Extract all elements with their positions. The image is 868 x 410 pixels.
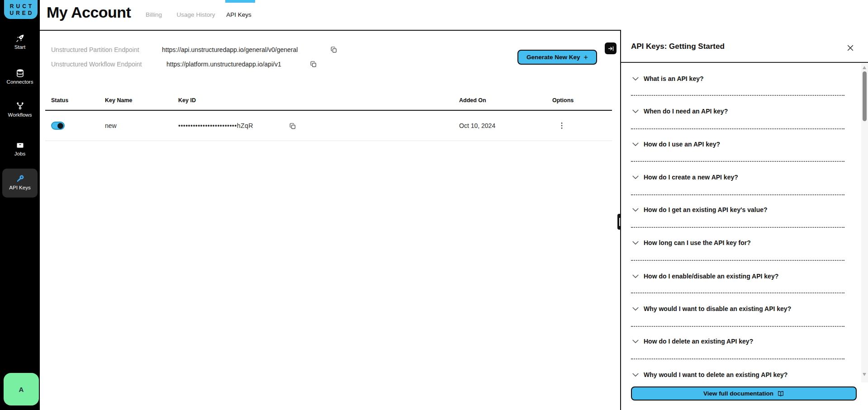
col-header-status: Status: [51, 97, 68, 104]
workflow-endpoint-value: https://platform.unstructuredapp.io/api/…: [166, 61, 281, 68]
chevron-down-icon: [632, 306, 639, 311]
faq-question: How long can I use the API key for?: [644, 239, 751, 246]
sidebar-item-connectors[interactable]: Connectors: [0, 68, 40, 85]
dotted-divider: [631, 128, 844, 129]
copy-icon[interactable]: [289, 123, 296, 130]
row-options-button[interactable]: [558, 121, 565, 130]
panel-title-divider: [621, 62, 868, 63]
header-divider: [40, 30, 620, 31]
faq-question: How do I enable/disable an existing API …: [644, 273, 778, 280]
sidebar-item-workflows[interactable]: Workflows: [0, 101, 40, 118]
sidebar-item-label: API Keys: [9, 185, 30, 191]
user-avatar[interactable]: A: [4, 373, 39, 405]
unstructured-logo[interactable]: RUCT URED: [4, 0, 38, 19]
sidebar-item-label: Connectors: [7, 79, 33, 85]
col-header-key-name: Key Name: [105, 97, 132, 104]
chevron-down-icon: [632, 109, 639, 114]
dotted-divider: [631, 227, 844, 228]
toggle-knob: [57, 123, 63, 129]
added-on-cell: Oct 10, 2024: [459, 122, 495, 129]
faq-item[interactable]: What is an API key?: [632, 74, 704, 83]
dotted-divider: [631, 260, 844, 261]
key-name-cell: new: [105, 122, 117, 129]
branch-icon: [15, 101, 25, 111]
kebab-menu-icon: [558, 121, 565, 130]
chevron-down-icon: [632, 142, 639, 147]
logo-text-line1: RUCT: [10, 4, 34, 9]
copy-icon[interactable]: [310, 61, 317, 68]
sidebar-item-label: Start: [14, 44, 25, 50]
faq-item[interactable]: How long can I use the API key for?: [632, 238, 751, 247]
scroll-down-arrow[interactable]: [863, 373, 866, 376]
chevron-down-icon: [632, 76, 639, 81]
doc-button-label: View full documentation: [703, 390, 773, 397]
faq-question: Why would I want to disable an existing …: [644, 305, 791, 312]
collapse-panel-button[interactable]: [605, 42, 617, 54]
sidebar-item-label: Workflows: [8, 112, 32, 118]
help-panel: API Keys: Getting Started What is an API…: [621, 0, 868, 410]
faq-item[interactable]: When do I need an API key?: [632, 107, 728, 116]
scroll-up-arrow[interactable]: [863, 66, 866, 69]
col-header-options: Options: [552, 97, 574, 104]
rocket-icon: [15, 33, 25, 43]
faq-item[interactable]: How do I get an existing API key's value…: [632, 205, 768, 214]
tab-billing[interactable]: Billing: [146, 11, 162, 18]
col-header-added-on: Added On: [459, 97, 486, 104]
avatar-letter: A: [19, 386, 24, 393]
chevron-down-icon: [632, 207, 639, 212]
chevron-down-icon: [632, 240, 639, 245]
faq-item[interactable]: How do I delete an existing API key?: [632, 337, 753, 346]
col-header-key-id: Key ID: [178, 97, 196, 104]
faq-item[interactable]: How do I use an API key?: [632, 140, 720, 149]
chevron-down-icon: [632, 274, 639, 279]
tray-icon: [15, 140, 25, 150]
partition-endpoint-label: Unstructured Partition Endpoint: [51, 46, 139, 53]
faq-item[interactable]: Why would I want to disable an existing …: [632, 304, 791, 313]
app-window: RUCT URED Start Con: [0, 0, 868, 410]
faq-question: How do I create a new API key?: [644, 174, 738, 181]
workflow-endpoint-label: Unstructured Workflow Endpoint: [51, 61, 142, 68]
sidebar-item-api-keys[interactable]: API Keys: [0, 174, 40, 191]
dotted-divider: [631, 194, 844, 195]
faq-question: When do I need an API key?: [644, 108, 728, 115]
open-book-icon: [777, 390, 784, 397]
active-tab-indicator: [225, 0, 255, 3]
plus-icon: +: [584, 54, 588, 61]
faq-question: How do I use an API key?: [644, 141, 720, 148]
main-content: My Account Billing Usage History API Key…: [40, 0, 620, 410]
partition-endpoint-value: https://api.unstructuredapp.io/general/v…: [162, 46, 298, 53]
copy-icon[interactable]: [330, 46, 337, 53]
sidebar-item-start[interactable]: Start: [0, 33, 40, 50]
sidebar: RUCT URED Start Con: [0, 0, 40, 410]
logo-text-line2: URED: [9, 10, 34, 16]
view-full-documentation-button[interactable]: View full documentation: [631, 386, 857, 401]
panel-scrollbar[interactable]: [861, 63, 868, 382]
sidebar-item-label: Jobs: [14, 151, 25, 157]
dotted-divider: [631, 292, 844, 293]
scroll-thumb[interactable]: [863, 71, 867, 121]
page-title: My Account: [47, 4, 131, 21]
chevron-down-icon: [632, 175, 639, 180]
dotted-divider: [631, 95, 844, 96]
close-icon[interactable]: [846, 44, 854, 52]
faq-question: How do I delete an existing API key?: [644, 338, 753, 345]
faq-item[interactable]: Why would I want to delete an existing A…: [632, 370, 787, 379]
dotted-divider: [631, 161, 844, 162]
row-divider: [45, 141, 612, 141]
chevron-down-icon: [632, 339, 639, 344]
table-header-divider: [45, 110, 612, 111]
arrow-to-bar-icon: [607, 45, 614, 52]
faq-question: Why would I want to delete an existing A…: [644, 371, 787, 378]
sidebar-item-jobs[interactable]: Jobs: [0, 140, 40, 157]
tab-usage-history[interactable]: Usage History: [177, 11, 215, 18]
faq-item[interactable]: How do I create a new API key?: [632, 173, 738, 182]
chevron-down-icon: [632, 372, 639, 377]
key-icon: [15, 174, 25, 184]
tab-api-keys[interactable]: API Keys: [226, 11, 251, 18]
status-toggle[interactable]: [51, 122, 65, 130]
faq-item[interactable]: How do I enable/disable an existing API …: [632, 272, 778, 281]
generate-new-key-button[interactable]: Generate New Key +: [517, 50, 597, 65]
dotted-divider: [631, 358, 844, 359]
generate-new-key-label: Generate New Key: [526, 54, 580, 61]
dotted-divider: [631, 326, 844, 327]
